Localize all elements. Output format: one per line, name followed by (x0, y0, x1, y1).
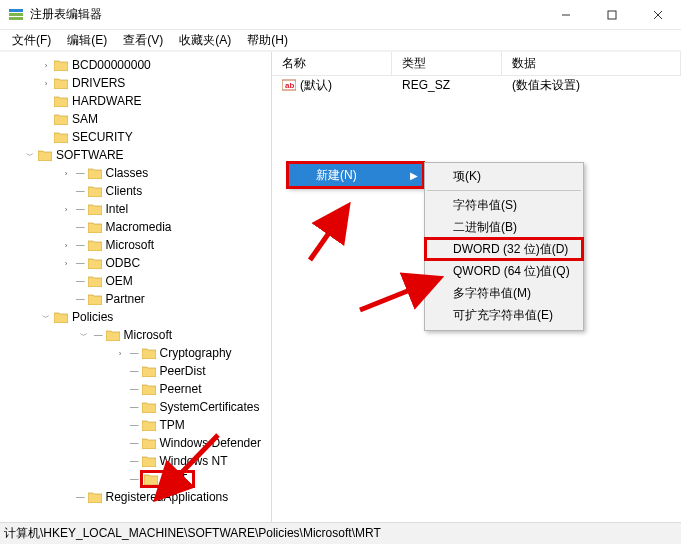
tree-item-label: OEM (106, 274, 133, 288)
tree-item-label: Microsoft (106, 238, 155, 252)
menu-item-binary[interactable]: 二进制值(B) (425, 216, 583, 238)
tree-item-label: SystemCertificates (160, 400, 260, 414)
list-row[interactable]: ab (默认) REG_SZ (数值未设置) (272, 76, 681, 94)
tree-item-label: BCD00000000 (72, 58, 151, 72)
tree-item-label: TPM (160, 418, 185, 432)
tree-item-mrt[interactable]: ─MRT (0, 470, 271, 488)
tree-item-label: Macromedia (106, 220, 172, 234)
expand-icon[interactable]: › (60, 203, 72, 215)
tree-item-hardware[interactable]: HARDWARE (0, 92, 271, 110)
tree-item-cryptography[interactable]: ›─Cryptography (0, 344, 271, 362)
tree-item-label: Policies (72, 310, 113, 324)
col-header-type[interactable]: 类型 (392, 52, 502, 75)
tree-item-windows-nt[interactable]: ─Windows NT (0, 452, 271, 470)
tree-item-software[interactable]: ﹀SOFTWARE (0, 146, 271, 164)
svg-rect-0 (9, 9, 23, 12)
tree-item-label: Windows Defender (160, 436, 261, 450)
tree-item-label: SOFTWARE (56, 148, 124, 162)
context-menu-primary: 新建(N) ▶ (287, 162, 424, 188)
col-header-data[interactable]: 数据 (502, 52, 681, 75)
tree-item-windows-defender[interactable]: ─Windows Defender (0, 434, 271, 452)
tree-item-classes[interactable]: ›─Classes (0, 164, 271, 182)
titlebar: 注册表编辑器 (0, 0, 681, 30)
tree-item-label: HARDWARE (72, 94, 142, 108)
collapse-icon[interactable]: ﹀ (24, 149, 36, 161)
menu-view[interactable]: 查看(V) (115, 30, 171, 51)
tree-item-clients[interactable]: ─Clients (0, 182, 271, 200)
value-type: REG_SZ (392, 78, 502, 92)
value-data: (数值未设置) (502, 77, 681, 94)
minimize-button[interactable] (543, 0, 589, 30)
maximize-button[interactable] (589, 0, 635, 30)
statusbar: 计算机\HKEY_LOCAL_MACHINE\SOFTWARE\Policies… (0, 522, 681, 544)
submenu-arrow-icon: ▶ (405, 170, 423, 181)
close-button[interactable] (635, 0, 681, 30)
svg-rect-4 (608, 11, 616, 19)
tree-item-label: Classes (106, 166, 149, 180)
expand-icon[interactable]: › (114, 347, 126, 359)
svg-rect-1 (9, 13, 23, 16)
tree-item-label: SECURITY (72, 130, 133, 144)
menu-file[interactable]: 文件(F) (4, 30, 59, 51)
menu-item-qword64[interactable]: QWORD (64 位)值(Q) (425, 260, 583, 282)
tree-item-label: Microsoft (124, 328, 173, 342)
menu-favorites[interactable]: 收藏夹(A) (171, 30, 239, 51)
col-header-name[interactable]: 名称 (272, 52, 392, 75)
tree-item-label: MRT (162, 472, 188, 486)
registry-editor-icon (8, 7, 24, 23)
list-header: 名称 类型 数据 (272, 52, 681, 76)
menu-item-string[interactable]: 字符串值(S) (425, 194, 583, 216)
tree-item-odbc[interactable]: ›─ODBC (0, 254, 271, 272)
tree-item-drivers[interactable]: ›DRIVERS (0, 74, 271, 92)
tree-item-label: Cryptography (160, 346, 232, 360)
tree-item-label: SAM (72, 112, 98, 126)
tree-item-microsoft[interactable]: ﹀─Microsoft (0, 326, 271, 344)
tree-item-macromedia[interactable]: ─Macromedia (0, 218, 271, 236)
tree-item-microsoft[interactable]: ›─Microsoft (0, 236, 271, 254)
tree-item-registeredapplications[interactable]: ─RegisteredApplications (0, 488, 271, 506)
window-title: 注册表编辑器 (30, 6, 543, 23)
menu-item-new[interactable]: 新建(N) ▶ (288, 163, 423, 187)
menu-help[interactable]: 帮助(H) (239, 30, 296, 51)
tree-item-label: DRIVERS (72, 76, 125, 90)
tree-item-peernet[interactable]: ─Peernet (0, 380, 271, 398)
tree-item-label: Peernet (160, 382, 202, 396)
tree-item-sam[interactable]: SAM (0, 110, 271, 128)
menu-item-dword32[interactable]: DWORD (32 位)值(D) (425, 238, 583, 260)
tree-item-tpm[interactable]: ─TPM (0, 416, 271, 434)
tree-pane[interactable]: ›BCD00000000›DRIVERSHARDWARESAMSECURITY﹀… (0, 52, 272, 522)
string-value-icon: ab (282, 78, 296, 92)
menu-edit[interactable]: 编辑(E) (59, 30, 115, 51)
tree-item-policies[interactable]: ﹀Policies (0, 308, 271, 326)
expand-icon[interactable]: › (60, 239, 72, 251)
value-name: (默认) (300, 77, 332, 94)
tree-item-label: RegisteredApplications (106, 490, 229, 504)
expand-icon[interactable]: › (60, 167, 72, 179)
menu-item-multistring[interactable]: 多字符串值(M) (425, 282, 583, 304)
tree-item-intel[interactable]: ›─Intel (0, 200, 271, 218)
collapse-icon[interactable]: ﹀ (78, 329, 90, 341)
collapse-icon[interactable]: ﹀ (40, 311, 52, 323)
tree-item-security[interactable]: SECURITY (0, 128, 271, 146)
svg-rect-2 (9, 17, 23, 20)
tree-item-label: Partner (106, 292, 145, 306)
tree-item-systemcertificates[interactable]: ─SystemCertificates (0, 398, 271, 416)
menu-item-key[interactable]: 项(K) (425, 165, 583, 187)
expand-icon[interactable]: › (40, 59, 52, 71)
tree-item-oem[interactable]: ─OEM (0, 272, 271, 290)
tree-item-label: Windows NT (160, 454, 228, 468)
status-path: 计算机\HKEY_LOCAL_MACHINE\SOFTWARE\Policies… (4, 525, 381, 542)
tree-item-label: PeerDist (160, 364, 206, 378)
tree-item-partner[interactable]: ─Partner (0, 290, 271, 308)
context-menu-new: 项(K) 字符串值(S) 二进制值(B) DWORD (32 位)值(D) QW… (424, 162, 584, 331)
tree-item-peerdist[interactable]: ─PeerDist (0, 362, 271, 380)
expand-icon[interactable]: › (60, 257, 72, 269)
menubar: 文件(F) 编辑(E) 查看(V) 收藏夹(A) 帮助(H) (0, 30, 681, 52)
tree-item-label: ODBC (106, 256, 141, 270)
tree-item-bcd00000000[interactable]: ›BCD00000000 (0, 56, 271, 74)
menu-item-expandstring[interactable]: 可扩充字符串值(E) (425, 304, 583, 326)
tree-item-label: Intel (106, 202, 129, 216)
menu-separator (427, 190, 581, 191)
tree-item-label: Clients (106, 184, 143, 198)
expand-icon[interactable]: › (40, 77, 52, 89)
